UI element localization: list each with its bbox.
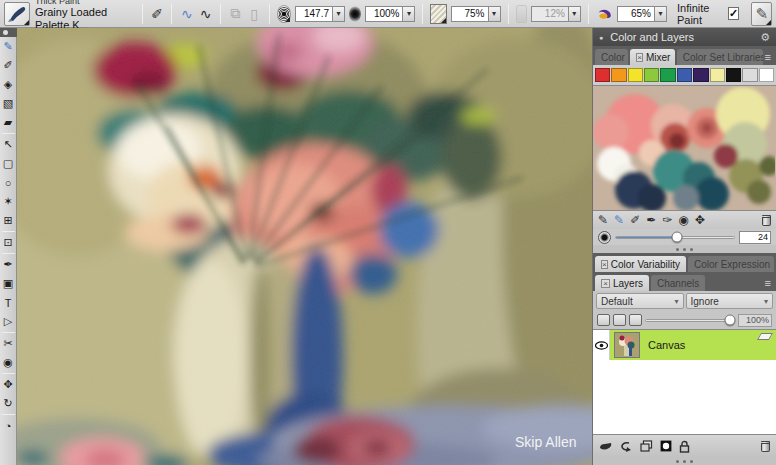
mixer-brush-size-value[interactable]: 24: [739, 231, 771, 244]
straight-line-strokes-icon[interactable]: ∿: [198, 4, 213, 24]
brush-size-value[interactable]: 147.7: [295, 6, 332, 22]
panel-menu-icon[interactable]: ≡: [765, 51, 774, 65]
blend-spinner[interactable]: 65% ▾: [617, 6, 667, 22]
layer-opacity-value[interactable]: 100%: [738, 314, 772, 327]
rectangular-shape-tool[interactable]: ▣: [0, 274, 17, 293]
opacity-spinner[interactable]: 100% ▾: [365, 6, 415, 22]
mixer-brush-size-icon[interactable]: [598, 231, 611, 244]
mixer-swatch[interactable]: [710, 68, 725, 82]
toolbox-grip[interactable]: [0, 28, 17, 37]
resat-dropdown-icon[interactable]: ▾: [568, 6, 581, 22]
crop-tool[interactable]: ⊡: [0, 233, 17, 252]
grain-spinner[interactable]: 75% ▾: [451, 6, 501, 22]
divine-proportion-tool[interactable]: ◔: [0, 416, 17, 435]
lasso-tool[interactable]: ○: [0, 173, 17, 192]
dynamic-plugins-icon[interactable]: [599, 441, 613, 452]
resat-value[interactable]: 12%: [531, 6, 568, 22]
close-icon[interactable]: ×: [601, 279, 610, 288]
tab-mixer[interactable]: × Mixer: [630, 49, 674, 65]
new-layer-mask-icon[interactable]: [660, 440, 672, 452]
opacity-value[interactable]: 100%: [365, 6, 402, 22]
mix-color-icon[interactable]: ✐: [630, 213, 640, 227]
layers-menu-icon[interactable]: ≡: [765, 277, 774, 291]
shape-selection-tool[interactable]: ▷: [0, 312, 17, 331]
mixer-swatch[interactable]: [693, 68, 708, 82]
gradient-tool[interactable]: ▧: [0, 94, 17, 113]
mixer-swatch[interactable]: [742, 68, 757, 82]
color-blend-icon[interactable]: [596, 6, 613, 22]
tab-color-variability[interactable]: × Color Variability: [595, 256, 686, 272]
zoom-mixer-icon[interactable]: ◉: [678, 213, 688, 227]
transform-tool[interactable]: ⊞: [0, 211, 17, 230]
blend-value[interactable]: 65%: [617, 6, 654, 22]
brush-size-dauber-icon[interactable]: [277, 5, 291, 23]
close-icon[interactable]: ×: [636, 53, 643, 62]
opacity-dauber-icon[interactable]: [349, 6, 361, 22]
paint-bucket-tool[interactable]: ◈: [0, 75, 17, 94]
brush-size-spinner[interactable]: 147.7 ▾: [295, 6, 345, 22]
gear-icon[interactable]: ⚙: [760, 31, 770, 44]
tab-color[interactable]: Color: [595, 49, 628, 65]
mixer-swatch[interactable]: [677, 68, 692, 82]
scissors-tool[interactable]: ✂: [0, 334, 17, 353]
sample-color-icon[interactable]: ✒: [646, 213, 656, 227]
tab-layers[interactable]: × Layers: [595, 275, 649, 291]
composite-method-dropdown[interactable]: Default ▾: [596, 293, 684, 309]
apply-color-icon[interactable]: ✎: [614, 213, 624, 227]
tab-color-set-libraries[interactable]: Color Set Libraries: [677, 49, 763, 65]
brush-tool[interactable]: ✎: [0, 37, 17, 56]
grain-dropdown-icon[interactable]: ▾: [488, 6, 501, 22]
advanced-brush-icon[interactable]: ✎: [751, 2, 772, 26]
pickup-underlying-color-icon[interactable]: [613, 314, 626, 326]
mixer-swatch[interactable]: [644, 68, 659, 82]
mixer-swatch[interactable]: [628, 68, 643, 82]
delete-layer-icon[interactable]: [761, 441, 770, 452]
dirty-brush-icon[interactable]: ✎: [598, 213, 608, 227]
mixer-swatch[interactable]: [595, 68, 610, 82]
brush-size-dropdown-icon[interactable]: ▾: [332, 6, 345, 22]
panel-resize-grip[interactable]: [593, 245, 776, 253]
layer-commands-icon[interactable]: [620, 441, 633, 452]
panel-resize-grip[interactable]: [593, 457, 776, 465]
sample-multiple-colors-icon[interactable]: ✑: [662, 213, 672, 227]
layer-row-canvas[interactable]: Canvas: [593, 330, 776, 360]
grabber-tool[interactable]: ✥: [0, 375, 17, 394]
brush-selector[interactable]: Thick Paint Grainy Loaded Palette K...: [4, 1, 135, 27]
slider-knob[interactable]: [672, 232, 683, 243]
layer-adjuster-tool[interactable]: ↖: [0, 135, 17, 154]
dropper-tool[interactable]: ✐: [0, 56, 17, 75]
new-layer-icon[interactable]: [640, 440, 653, 452]
layer-thumbnail[interactable]: [614, 332, 640, 358]
magnifier-tool[interactable]: ◉: [0, 353, 17, 372]
clear-mixer-pad-icon[interactable]: [762, 215, 771, 226]
opacity-dropdown-icon[interactable]: ▾: [402, 6, 415, 22]
grain-value[interactable]: 75%: [451, 6, 488, 22]
tab-color-expression[interactable]: Color Expression: [688, 256, 774, 272]
panel-collapse-icon[interactable]: ●: [599, 34, 603, 41]
stroke-panel-icon[interactable]: ✐: [150, 4, 165, 24]
blend-dropdown-icon[interactable]: ▾: [654, 6, 667, 22]
mixer-pad[interactable]: [593, 85, 776, 211]
tab-channels[interactable]: Channels: [651, 275, 705, 291]
pan-mixer-icon[interactable]: ✥: [695, 213, 705, 227]
mixer-swatch[interactable]: [759, 68, 774, 82]
mixer-brush-size-slider[interactable]: [615, 236, 735, 239]
grain-icon[interactable]: [430, 4, 446, 24]
pen-tool[interactable]: ✒: [0, 255, 17, 274]
infinite-paint-checkbox[interactable]: ✓: [728, 7, 739, 20]
freehand-strokes-icon[interactable]: ∿: [179, 4, 194, 24]
layer-visibility-options-icon[interactable]: [629, 314, 642, 326]
rectangular-selection-tool[interactable]: ▢: [0, 154, 17, 173]
resat-spinner[interactable]: 12% ▾: [531, 6, 581, 22]
rotate-page-tool[interactable]: ↻: [0, 394, 17, 413]
brush-selector-icon[interactable]: [4, 2, 30, 26]
layer-name[interactable]: Canvas: [648, 339, 685, 351]
mixer-swatch[interactable]: [660, 68, 675, 82]
text-tool[interactable]: T: [0, 293, 17, 312]
magic-wand-tool[interactable]: ✶: [0, 192, 17, 211]
panel-header[interactable]: ● Color and Layers ⚙: [593, 28, 776, 46]
layer-opacity-slider[interactable]: [645, 319, 735, 322]
slider-knob[interactable]: [725, 315, 736, 326]
eraser-tool[interactable]: ▰: [0, 113, 17, 132]
mixer-swatch[interactable]: [726, 68, 741, 82]
